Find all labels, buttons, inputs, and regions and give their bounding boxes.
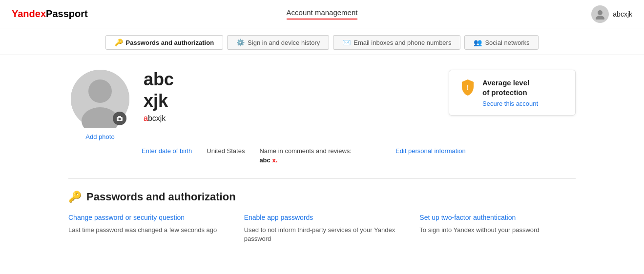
- camera-button[interactable]: [113, 112, 126, 125]
- tab-social-label: Social networks: [485, 39, 529, 46]
- shield-icon: !: [459, 78, 477, 96]
- country-label: United States: [207, 147, 245, 155]
- enable-app-passwords-link[interactable]: Enable app passwords: [244, 214, 313, 221]
- header-username: abcxjk: [613, 10, 632, 18]
- key-icon: 🔑: [115, 39, 123, 46]
- gear-icon: ⚙️: [236, 39, 245, 46]
- tab-history-label: Sign in and device history: [248, 39, 320, 46]
- svg-text:!: !: [467, 84, 469, 92]
- profile-avatar: [71, 70, 129, 128]
- card-change-password-title: Change password or security question: [68, 213, 225, 223]
- card-app-passwords-title: Enable app passwords: [244, 213, 400, 223]
- secure-account-link[interactable]: Secure this account: [482, 100, 565, 107]
- svg-point-1: [596, 16, 604, 20]
- main-content: Add photo abc xjk abcxjk ! Average level…: [0, 55, 644, 258]
- comments-label: Name in comments and reviews:: [259, 147, 352, 155]
- tab-passwords[interactable]: 🔑 Passwords and authorization: [105, 35, 224, 50]
- passwords-section-header: 🔑 Passwords and authorization: [68, 191, 576, 203]
- name-block: abc xjk abcxjk: [144, 70, 174, 123]
- add-photo-link[interactable]: Add photo: [85, 133, 114, 140]
- profile-info-area: Enter date of birth United States Name i…: [142, 147, 576, 164]
- header-user[interactable]: abcxjk: [591, 5, 632, 23]
- security-question-link[interactable]: security question: [133, 214, 185, 221]
- edit-personal-link[interactable]: Edit personal information: [395, 147, 466, 155]
- change-password-link[interactable]: Change password: [68, 214, 124, 221]
- card-two-factor: Set up two-factor authentication To sign…: [419, 213, 576, 243]
- tab-history[interactable]: ⚙️ Sign in and device history: [227, 35, 329, 50]
- username-rest: bcxjk: [148, 114, 166, 122]
- profile-top: Add photo abc xjk abcxjk ! Average level…: [68, 70, 576, 140]
- logo-passport: Passport: [46, 8, 88, 20]
- protection-header: ! Average levelof protection: [459, 78, 565, 97]
- tab-passwords-label: Passwords and authorization: [126, 39, 214, 46]
- section-divider: [68, 178, 576, 179]
- tab-social[interactable]: 👥 Social networks: [464, 35, 539, 50]
- tab-email[interactable]: ✉️ Email inboxes and phone numbers: [333, 35, 460, 50]
- card-change-password: Change password or security question Las…: [68, 213, 225, 243]
- protection-title: Average levelof protection: [482, 78, 529, 97]
- first-name: abc: [144, 70, 174, 89]
- page-title: Account management: [287, 8, 358, 20]
- comments-block: Name in comments and reviews: abc x.: [259, 147, 352, 164]
- username-prefix: a: [144, 114, 148, 122]
- comments-name-red: x.: [270, 157, 277, 164]
- comments-name-bold: abc: [259, 157, 270, 164]
- avatar-wrapper: Add photo: [68, 70, 132, 140]
- header-center: Account management: [287, 8, 358, 20]
- svg-point-6: [119, 118, 121, 120]
- section-key-icon: 🔑: [68, 191, 82, 203]
- card-two-factor-title: Set up two-factor authentication: [419, 213, 576, 223]
- two-factor-link[interactable]: Set up two-factor authentication: [419, 214, 516, 221]
- mail-icon: ✉️: [342, 39, 351, 46]
- or-connector: or: [124, 214, 133, 221]
- header: Yandex Passport Account management abcxj…: [0, 0, 644, 28]
- protection-card: ! Average levelof protection Secure this…: [449, 70, 576, 116]
- card-app-passwords: Enable app passwords Used to not inform …: [244, 213, 400, 243]
- svg-point-0: [598, 10, 602, 15]
- username-display: abcxjk: [144, 114, 174, 123]
- logo-yandex: Yandex: [12, 8, 46, 20]
- profile-name-area: Add photo abc xjk abcxjk: [68, 70, 174, 140]
- card-app-passwords-desc: Used to not inform third-party services …: [244, 226, 400, 243]
- svg-rect-7: [118, 116, 121, 117]
- tab-email-label: Email inboxes and phone numbers: [353, 39, 451, 46]
- comments-name: abc x.: [259, 157, 352, 164]
- logo[interactable]: Yandex Passport: [12, 8, 88, 20]
- passwords-section-title: Passwords and authorization: [86, 191, 236, 203]
- last-name: xjk: [144, 91, 174, 111]
- svg-point-3: [88, 79, 112, 103]
- people-icon: 👥: [474, 39, 482, 46]
- avatar: [591, 5, 609, 23]
- cards-grid: Change password or security question Las…: [68, 213, 576, 243]
- card-change-password-desc: Last time password was changed a few sec…: [68, 226, 225, 235]
- enter-dob-link[interactable]: Enter date of birth: [142, 147, 192, 155]
- card-two-factor-desc: To sign into Yandex without your passwor…: [419, 226, 576, 235]
- nav-tabs: 🔑 Passwords and authorization ⚙️ Sign in…: [0, 28, 644, 55]
